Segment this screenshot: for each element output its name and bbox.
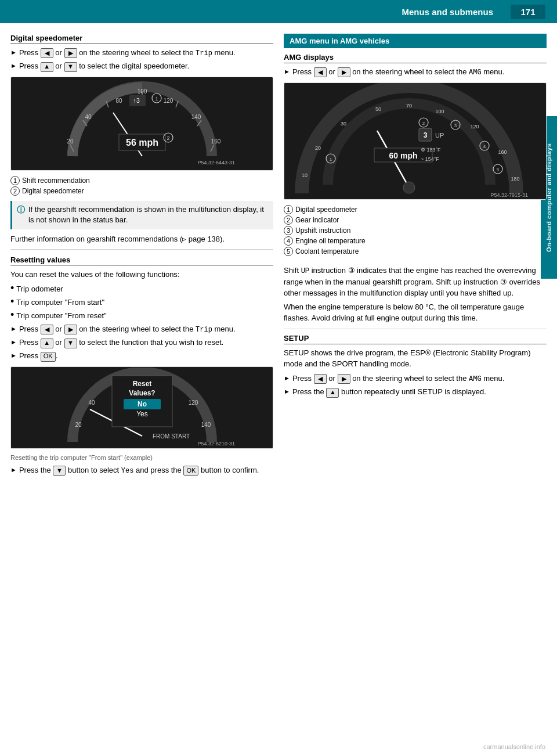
svg-text:P54.32-7915-31: P54.32-7915-31 bbox=[490, 192, 528, 198]
bullet-item: ► Press the ▲ button repeatedly until SE… bbox=[284, 387, 547, 398]
amg-legend-3: 3 Upshift instruction bbox=[284, 225, 547, 236]
reset-diagram: 20 40 120 140 Reset Values? No Yes FROM … bbox=[10, 366, 273, 449]
legend-item-2: 2 Digital speedometer bbox=[10, 186, 273, 196]
svg-text:5: 5 bbox=[497, 167, 500, 172]
amg-body-2: When the engine temperature is below 80 … bbox=[284, 302, 547, 324]
arrow-icon: ► bbox=[10, 62, 17, 72]
up-btn[interactable]: ▲ bbox=[41, 339, 53, 348]
list-text: Trip computer "From reset" bbox=[16, 311, 106, 322]
list-item: • Trip odometer bbox=[10, 284, 273, 295]
arrow-icon: ► bbox=[284, 374, 290, 384]
right-btn[interactable]: ▶ bbox=[64, 325, 77, 334]
svg-text:P54.32-6443-31: P54.32-6443-31 bbox=[197, 160, 235, 165]
svg-text:UP: UP bbox=[435, 132, 444, 139]
left-btn[interactable]: ◀ bbox=[314, 67, 327, 77]
up-btn[interactable]: ▲ bbox=[41, 62, 53, 72]
bullet-item: ► Press ◀ or ▶ on the steering wheel to … bbox=[10, 48, 273, 59]
legend-text: Digital speedometer bbox=[295, 204, 357, 215]
amg-legend-1: 1 Digital speedometer bbox=[284, 204, 547, 215]
setup-intro: SETUP shows the drive program, the ESP® … bbox=[284, 348, 547, 370]
legend-num: 3 bbox=[284, 226, 293, 235]
page-title: Menus and submenus bbox=[0, 7, 493, 17]
svg-text:↑3: ↑3 bbox=[133, 97, 140, 104]
svg-text:2: 2 bbox=[167, 135, 169, 141]
page-number: 171 bbox=[511, 5, 545, 19]
bullet-text: Press the ▼ button to select Yes and pre… bbox=[19, 465, 273, 476]
digital-speedometer-heading: Digital speedometer bbox=[10, 34, 273, 44]
down-btn[interactable]: ▼ bbox=[64, 339, 77, 348]
left-btn[interactable]: ◀ bbox=[41, 325, 53, 334]
svg-text:Values?: Values? bbox=[129, 389, 155, 397]
watermark: carmanualsonline.info bbox=[483, 743, 545, 750]
left-btn[interactable]: ◀ bbox=[314, 374, 327, 384]
svg-text:No: No bbox=[138, 400, 147, 408]
bullet-item: ► Press ▲ or ▼ to select the digital spe… bbox=[10, 61, 273, 72]
right-btn[interactable]: ▶ bbox=[64, 48, 77, 58]
svg-text:3: 3 bbox=[424, 131, 428, 139]
svg-text:120: 120 bbox=[163, 98, 173, 104]
bullet-item: ► Press ▲ or ▼ to select the function th… bbox=[10, 337, 273, 348]
svg-text:50: 50 bbox=[375, 106, 381, 112]
svg-text:Reset: Reset bbox=[132, 380, 151, 388]
svg-text:FROM START: FROM START bbox=[152, 433, 189, 440]
svg-text:20: 20 bbox=[75, 422, 82, 428]
svg-text:20: 20 bbox=[315, 145, 321, 151]
svg-text:40: 40 bbox=[88, 399, 95, 406]
speedometer-diagram: 20 40 80 100 120 140 160 56 mph ↑3 bbox=[10, 77, 273, 171]
arrow-icon: ► bbox=[10, 351, 17, 362]
right-column: AMG menu in AMG vehicles AMG displays ► … bbox=[284, 34, 547, 478]
legend-text: Coolant temperature bbox=[295, 246, 359, 257]
arrow-icon: ► bbox=[284, 67, 290, 78]
svg-point-50 bbox=[403, 182, 415, 193]
amg-legend-2: 2 Gear indicator bbox=[284, 215, 547, 225]
bullet-item: ► Press the ▼ button to select Yes and p… bbox=[10, 465, 273, 476]
right-btn[interactable]: ▶ bbox=[338, 374, 350, 384]
amg-menu-heading: AMG menu in AMG vehicles bbox=[284, 34, 547, 48]
reset-svg: 20 40 120 140 Reset Values? No Yes FROM … bbox=[44, 368, 241, 448]
svg-text:100: 100 bbox=[435, 109, 444, 114]
main-content: Digital speedometer ► Press ◀ or ▶ on th… bbox=[0, 23, 557, 478]
bullet-item: ► Press ◀ or ▶ on the steering wheel to … bbox=[284, 67, 547, 78]
legend-num: 1 bbox=[10, 176, 20, 185]
svg-text:100: 100 bbox=[137, 88, 147, 95]
down-btn[interactable]: ▼ bbox=[64, 62, 77, 72]
resetting-values-heading: Resetting values bbox=[10, 255, 273, 266]
speedo-diagram-area: 20 40 80 100 120 140 160 56 mph ↑3 bbox=[11, 77, 273, 170]
bullet-item: ► Press ◀ or ▶ on the steering wheel to … bbox=[10, 324, 273, 335]
svg-text:3: 3 bbox=[454, 123, 457, 128]
arrow-icon: ► bbox=[10, 338, 17, 348]
svg-text:120: 120 bbox=[470, 124, 479, 129]
arrow-icon: ► bbox=[10, 466, 17, 476]
legend-item-1: 1 Shift recommendation bbox=[10, 175, 273, 186]
amg-legend-5: 5 Coolant temperature bbox=[284, 246, 547, 257]
left-column: Digital speedometer ► Press ◀ or ▶ on th… bbox=[10, 34, 273, 478]
amg-diagram-area: 10 20 30 50 70 100 120 160 180 60 mph bbox=[284, 83, 546, 199]
dot-icon: • bbox=[10, 309, 14, 322]
svg-text:1: 1 bbox=[330, 157, 332, 162]
speedo-svg: 20 40 80 100 120 140 160 56 mph ↑3 bbox=[44, 81, 241, 167]
top-bar: Menus and submenus 171 bbox=[0, 0, 557, 23]
svg-text:70: 70 bbox=[406, 103, 412, 109]
list-text: Trip odometer bbox=[16, 284, 63, 295]
amg-body-1: Shift UP instruction ③ indicates that th… bbox=[284, 265, 547, 298]
svg-text:40: 40 bbox=[85, 114, 92, 120]
legend-num: 4 bbox=[284, 236, 293, 246]
ok-btn[interactable]: OK bbox=[41, 352, 56, 362]
up-btn[interactable]: ▲ bbox=[326, 388, 339, 398]
svg-text:⚙ 183°F: ⚙ 183°F bbox=[421, 147, 441, 153]
bullet-text: Press ◀ or ▶ on the steering wheel to se… bbox=[292, 373, 547, 384]
right-btn[interactable]: ▶ bbox=[338, 67, 350, 77]
down-btn[interactable]: ▼ bbox=[53, 466, 66, 476]
arrow-icon: ► bbox=[284, 387, 290, 398]
further-info: Further information on gearshift recomme… bbox=[10, 234, 273, 245]
svg-text:160: 160 bbox=[498, 149, 507, 155]
amg-displays-heading: AMG displays bbox=[284, 53, 547, 63]
left-btn[interactable]: ◀ bbox=[41, 48, 53, 58]
bullet-text: Press ◀ or ▶ on the steering wheel to se… bbox=[19, 324, 273, 335]
legend-text: Upshift instruction bbox=[295, 225, 350, 236]
ok-btn[interactable]: OK bbox=[183, 466, 198, 476]
divider bbox=[284, 329, 547, 329]
svg-text:180: 180 bbox=[511, 176, 519, 182]
svg-text:160: 160 bbox=[211, 138, 220, 145]
info-box: ⓘ If the gearshift recommendation is sho… bbox=[10, 201, 273, 229]
